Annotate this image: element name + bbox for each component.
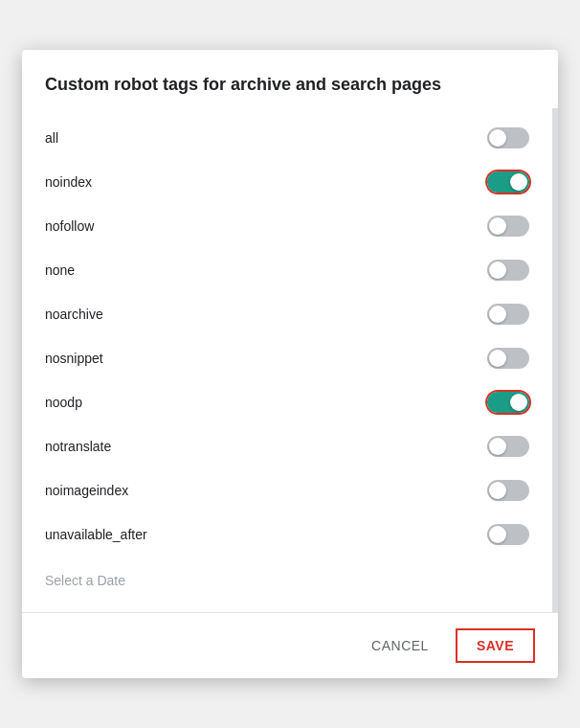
toggle-switch-unavailable_after[interactable]: [487, 524, 529, 545]
toggle-slider-none: [487, 260, 529, 281]
toggle-switch-noimageindex[interactable]: [487, 480, 529, 501]
toggle-slider-noindex: [487, 171, 529, 193]
toggle-switch-noarchive[interactable]: [487, 304, 529, 325]
toggle-row-unavailable_after: unavailable_after: [22, 512, 552, 557]
dialog-header: Custom robot tags for archive and search…: [22, 50, 558, 108]
toggle-label-noimageindex: noimageindex: [45, 483, 128, 498]
toggle-slider-nosnippet: [487, 348, 529, 369]
toggle-switch-nofollow[interactable]: [487, 216, 529, 237]
toggle-row-notranslate: notranslate: [22, 424, 552, 468]
toggle-switch-nosnippet[interactable]: [487, 348, 529, 369]
toggle-row-noarchive: noarchive: [22, 292, 552, 336]
toggle-switch-none[interactable]: [487, 260, 529, 281]
toggle-label-none: none: [45, 262, 75, 278]
toggle-switch-noindex[interactable]: [487, 171, 529, 193]
toggle-row-noimageindex: noimageindex: [22, 468, 552, 512]
toggle-label-notranslate: notranslate: [45, 439, 111, 454]
toggle-switch-noodp[interactable]: [487, 392, 529, 413]
toggle-switch-notranslate[interactable]: [487, 436, 529, 457]
toggle-label-nofollow: nofollow: [45, 218, 94, 234]
toggle-slider-noarchive: [487, 304, 529, 325]
toggle-slider-noimageindex: [487, 480, 529, 501]
toggle-row-noodp: noodp: [22, 380, 552, 424]
date-select-row: Select a Date: [22, 557, 552, 604]
toggle-label-nosnippet: nosnippet: [45, 351, 103, 366]
toggle-slider-unavailable_after: [487, 524, 529, 545]
dialog-title: Custom robot tags for archive and search…: [45, 73, 535, 97]
toggle-row-nosnippet: nosnippet: [22, 336, 552, 380]
toggle-slider-noodp: [487, 392, 529, 413]
toggle-slider-notranslate: [487, 436, 529, 457]
dialog-body: allnoindexnofollownonenoarchivenosnippet…: [22, 108, 558, 612]
dialog-footer: CANCEL SAVE: [22, 612, 558, 678]
toggle-slider-all: [487, 127, 529, 148]
toggle-label-noarchive: noarchive: [45, 307, 103, 322]
toggle-row-all: all: [22, 116, 552, 160]
cancel-button[interactable]: CANCEL: [360, 630, 440, 661]
save-button[interactable]: SAVE: [456, 628, 535, 663]
toggle-row-nofollow: nofollow: [22, 204, 552, 248]
dialog: Custom robot tags for archive and search…: [22, 50, 558, 678]
toggle-label-all: all: [45, 130, 58, 146]
toggle-switch-all[interactable]: [487, 127, 529, 148]
toggle-label-unavailable_after: unavailable_after: [45, 527, 147, 542]
toggle-label-noindex: noindex: [45, 174, 92, 190]
toggle-label-noodp: noodp: [45, 395, 82, 410]
toggle-row-none: none: [22, 248, 552, 292]
toggle-slider-nofollow: [487, 216, 529, 237]
date-select-placeholder[interactable]: Select a Date: [45, 573, 125, 588]
toggle-row-noindex: noindex: [22, 160, 552, 204]
